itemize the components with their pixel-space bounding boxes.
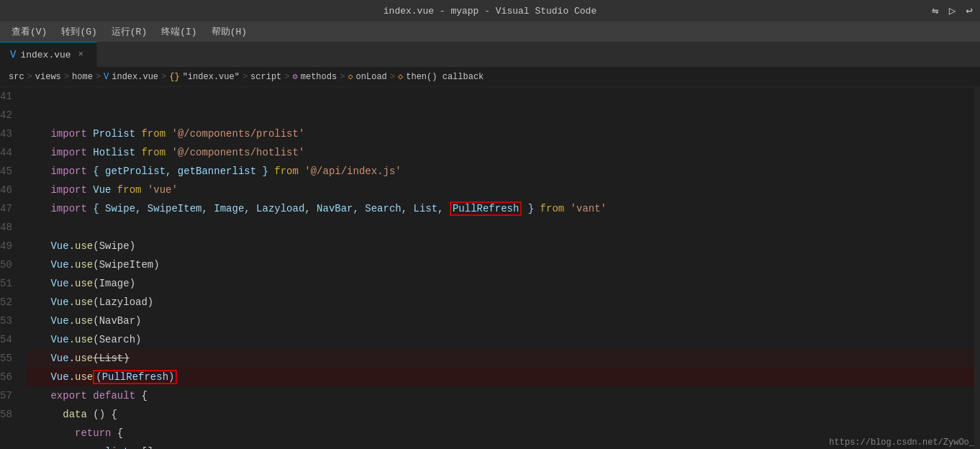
window-title: index.vue - myapp - Visual Studio Code [384, 6, 596, 17]
menu-terminal[interactable]: 终端(I) [155, 24, 202, 40]
menu-run[interactable]: 运行(R) [106, 24, 153, 40]
line-number: 53 [0, 312, 21, 330]
bc-obj-icon: {} [169, 72, 179, 82]
line-number: 56 [0, 368, 21, 386]
editor-tab[interactable]: V index.vue × [0, 42, 97, 67]
code-line: Vue.use(Lazyload) [27, 293, 980, 312]
code-line: Vue.use(Image) [27, 274, 980, 293]
bc-script: script [250, 72, 281, 82]
line-number: 51 [0, 274, 21, 293]
line-number: 52 [0, 293, 21, 312]
bc-views: views [35, 72, 61, 82]
bc-methods: methods [301, 72, 337, 82]
code-line: import { Swipe, SwipeItem, Image, Lazylo… [27, 199, 980, 218]
bc-sep-4: > [161, 72, 166, 82]
blog-url: https://blog.csdn.net/ZywOo_ [829, 437, 974, 448]
line-number: 42 [0, 106, 21, 124]
code-line: Vue.use(List) [27, 349, 980, 368]
bc-index-vue-str: "index.vue" [183, 72, 240, 82]
tab-bar: V index.vue × [0, 42, 980, 67]
bc-sep-2: > [64, 72, 69, 82]
bc-sep-8: > [390, 72, 395, 82]
line-number: 50 [0, 255, 21, 274]
bc-sep-3: > [96, 72, 101, 82]
line-numbers: 414243444546474849505152535455565758 [0, 87, 21, 449]
line-number: 55 [0, 349, 21, 368]
line-number: 47 [0, 199, 21, 218]
vue-file-icon: V [10, 49, 16, 60]
line-number: 58 [0, 405, 21, 424]
menu-bar: 查看(V) 转到(G) 运行(R) 终端(I) 帮助(H) [0, 22, 980, 42]
code-line: Vue.use(Search) [27, 330, 980, 349]
bc-methods-icon: ⚙ [293, 71, 298, 82]
bc-vue-icon: V [104, 72, 109, 82]
menu-goto[interactable]: 转到(G) [55, 24, 102, 40]
code-line: Vue.use(NavBar) [27, 312, 980, 330]
title-icons: ⇋ ▷ ↩ [932, 4, 973, 18]
editor: 414243444546474849505152535455565758 imp… [0, 87, 980, 449]
tab-close-button[interactable]: × [76, 48, 86, 61]
bc-callback-icon: ◇ [398, 71, 403, 82]
code-line [27, 218, 980, 237]
split-editor-icon[interactable]: ⇋ [932, 4, 939, 18]
tab-label: index.vue [20, 50, 71, 60]
code-line: Vue.use(SwipeItem) [27, 255, 980, 274]
code-line: Vue.use(PullRefresh) [27, 368, 980, 386]
code-line: Vue.use(Swipe) [27, 237, 980, 255]
bc-src: src [9, 72, 24, 82]
minimap [974, 87, 980, 449]
menu-help[interactable]: 帮助(H) [206, 24, 253, 40]
line-number: 48 [0, 218, 21, 237]
code-line: import Hotlist from '@/components/hotlis… [27, 143, 980, 162]
bc-sep-5: > [242, 72, 248, 82]
code-line: import { getProlist, getBannerlist } fro… [27, 162, 980, 181]
bc-sep-7: > [340, 72, 345, 82]
line-number: 46 [0, 181, 21, 199]
line-number: 41 [0, 87, 21, 106]
line-number: 54 [0, 330, 21, 349]
line-number: 57 [0, 386, 21, 405]
code-line: export default { [27, 386, 980, 405]
code-line: import Prolist from '@/components/prolis… [27, 124, 980, 143]
line-number: 45 [0, 162, 21, 181]
code-line: import Vue from 'vue' [27, 181, 980, 199]
line-number: 44 [0, 143, 21, 162]
run-icon[interactable]: ▷ [949, 4, 956, 18]
code-line: data () { [27, 405, 980, 424]
bc-callback: then() callback [406, 72, 484, 82]
bc-onload-icon: ◇ [348, 71, 353, 82]
title-bar: index.vue - myapp - Visual Studio Code ⇋… [0, 0, 980, 22]
bc-index-vue: index.vue [112, 72, 158, 82]
breadcrumb: src > views > home > V index.vue > {} "i… [0, 67, 980, 87]
status-bar: https://blog.csdn.net/ZywOo_ [823, 436, 980, 449]
bc-home: home [72, 72, 93, 82]
bc-onload: onLoad [356, 72, 387, 82]
go-back-icon[interactable]: ↩ [966, 4, 973, 18]
menu-view[interactable]: 查看(V) [6, 24, 53, 40]
bc-sep-6: > [284, 72, 289, 82]
code-area[interactable]: import Prolist from '@/components/prolis… [21, 87, 980, 449]
line-number: 43 [0, 124, 21, 143]
bc-sep-1: > [27, 72, 32, 82]
line-number: 49 [0, 237, 21, 255]
